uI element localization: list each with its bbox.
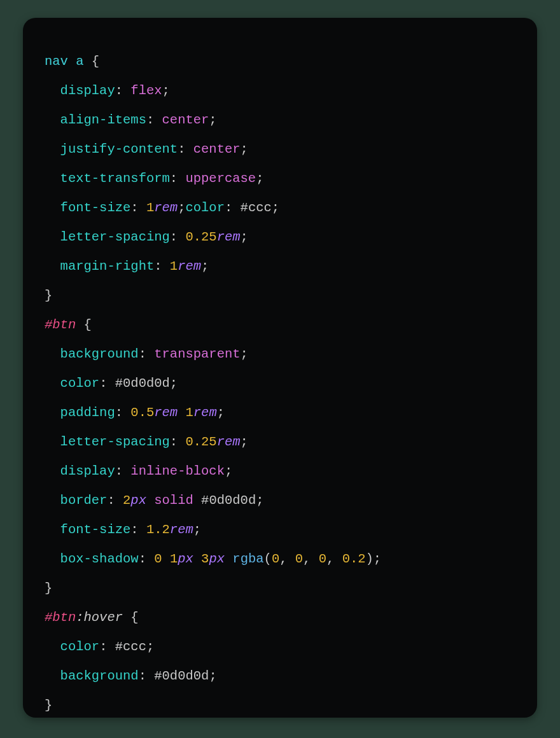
code-token: ; xyxy=(241,435,248,449)
code-token: font-size xyxy=(60,200,131,215)
code-token: ; xyxy=(241,142,248,157)
code-token: #ccc xyxy=(241,200,272,215)
code-token: : xyxy=(115,464,131,478)
code-token: #0d0d0d xyxy=(201,493,256,508)
code-token: ; xyxy=(162,83,170,98)
code-token: px xyxy=(209,552,225,566)
code-token: rem xyxy=(217,230,241,244)
code-token: px xyxy=(130,493,146,508)
code-token: padding xyxy=(60,405,115,420)
code-token: , xyxy=(303,552,319,566)
code-token: #ccc xyxy=(115,639,146,654)
code-token: text-transform xyxy=(60,171,170,186)
code-token: 0 xyxy=(154,552,162,566)
code-token: #btn xyxy=(45,317,76,332)
code-token: : xyxy=(115,83,131,98)
code-token: ; xyxy=(241,347,248,361)
code-token: 0 xyxy=(319,552,326,566)
code-token: border xyxy=(60,493,108,508)
code-token: rem xyxy=(178,259,201,274)
code-token: 1 xyxy=(146,200,154,215)
code-token: rem xyxy=(170,522,193,537)
code-token: font-size xyxy=(60,522,131,537)
code-token: { xyxy=(123,610,139,625)
code-token: 1 xyxy=(170,259,178,274)
code-token: : xyxy=(130,522,146,537)
code-token: color xyxy=(185,200,225,215)
code-card: nav a { display: flex; align-items: cent… xyxy=(23,18,537,718)
code-token: justify-content xyxy=(60,142,178,157)
code-token: ; xyxy=(217,405,225,420)
code-token: center xyxy=(193,142,241,157)
code-token: : xyxy=(139,552,155,566)
css-code-block[interactable]: nav a { display: flex; align-items: cent… xyxy=(45,47,515,720)
code-token: : xyxy=(170,171,186,186)
code-token: margin-right xyxy=(60,259,155,274)
code-token: : xyxy=(107,493,123,508)
code-token: ; xyxy=(178,200,185,215)
code-token: : xyxy=(130,200,146,215)
code-token: inline-block xyxy=(130,464,225,478)
code-token: align-items xyxy=(60,113,146,127)
code-token: 0.5 xyxy=(130,405,154,420)
code-token: 2 xyxy=(123,493,130,508)
code-token: nav a xyxy=(45,54,84,69)
code-token: ; xyxy=(209,669,216,683)
code-token: color xyxy=(60,376,100,391)
code-token: rem xyxy=(217,435,241,449)
code-token: ; xyxy=(201,259,209,274)
code-token: ( xyxy=(264,552,272,566)
code-token: , xyxy=(279,552,295,566)
code-token: center xyxy=(162,113,209,127)
code-token: px xyxy=(178,552,193,566)
code-token: } xyxy=(45,698,52,713)
code-token: background xyxy=(60,347,139,361)
code-token: { xyxy=(76,317,92,332)
code-token: uppercase xyxy=(185,171,256,186)
code-token: transparent xyxy=(154,347,240,361)
code-token: : xyxy=(115,405,131,420)
code-token: 0 xyxy=(295,552,303,566)
code-token: ; xyxy=(241,230,248,244)
code-token: flex xyxy=(130,83,162,98)
code-token: :hover xyxy=(76,610,123,625)
code-token: ; xyxy=(272,200,279,215)
code-token: letter-spacing xyxy=(60,230,170,244)
code-token: ; xyxy=(170,376,178,391)
code-token: 0.25 xyxy=(185,435,216,449)
code-token: #0d0d0d xyxy=(154,669,209,683)
code-token: ; xyxy=(146,639,154,654)
code-token: ; xyxy=(209,113,216,127)
code-token: } xyxy=(45,288,52,303)
code-token: : xyxy=(170,435,186,449)
code-token: rgba xyxy=(232,552,263,566)
code-token: rem xyxy=(193,405,217,420)
code-token: letter-spacing xyxy=(60,435,170,449)
code-token: 1.2 xyxy=(146,522,170,537)
code-token: ); xyxy=(366,552,382,566)
code-token: rem xyxy=(154,200,178,215)
code-token: : xyxy=(139,669,155,683)
code-token: ; xyxy=(193,522,201,537)
code-token: : xyxy=(178,142,193,157)
code-token: solid xyxy=(154,493,193,508)
code-token: 0 xyxy=(272,552,279,566)
code-token: : xyxy=(146,113,162,127)
code-token: display xyxy=(60,83,115,98)
code-token: box-shadow xyxy=(60,552,139,566)
code-token: color xyxy=(60,639,100,654)
code-token: 1 xyxy=(170,552,178,566)
code-token: , xyxy=(326,552,342,566)
code-token: background xyxy=(60,669,139,683)
code-token: ; xyxy=(225,464,232,478)
code-token: #0d0d0d xyxy=(115,376,170,391)
code-token: } xyxy=(45,581,52,595)
code-token: 0.25 xyxy=(185,230,216,244)
code-token: : xyxy=(99,376,115,391)
code-token: : xyxy=(99,639,115,654)
code-token: : xyxy=(154,259,170,274)
code-token: ; xyxy=(256,493,263,508)
code-token: { xyxy=(84,54,100,69)
code-token: 3 xyxy=(201,552,209,566)
code-token: #btn xyxy=(45,610,76,625)
